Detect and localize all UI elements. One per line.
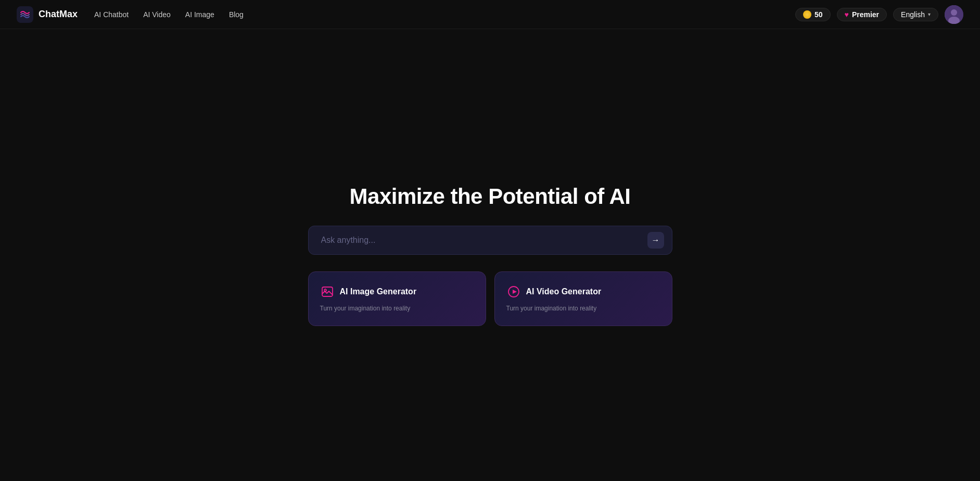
logo-text: ChatMax (39, 9, 78, 20)
logo-icon (17, 6, 33, 23)
credits-badge[interactable]: 50 (795, 8, 831, 21)
image-generator-subtitle: Turn your imagination into reality (320, 304, 474, 313)
nav-link-ai-video[interactable]: AI Video (143, 10, 171, 19)
hero-title: Maximize the Potential of AI (350, 184, 631, 209)
search-input[interactable] (308, 226, 672, 255)
cards-container: AI Image Generator Turn your imagination… (308, 271, 672, 326)
logo[interactable]: ChatMax (17, 6, 78, 23)
premier-label: Premier (852, 10, 879, 19)
nav-link-ai-image[interactable]: AI Image (185, 10, 214, 19)
coin-icon (803, 10, 811, 19)
card-header-video: AI Video Generator (506, 284, 660, 299)
credits-amount: 50 (814, 10, 823, 19)
video-icon (506, 284, 521, 299)
heart-icon: ♥ (845, 10, 849, 19)
nav-link-blog[interactable]: Blog (229, 10, 244, 19)
ai-image-generator-card[interactable]: AI Image Generator Turn your imagination… (308, 271, 486, 326)
card-header-image: AI Image Generator (320, 284, 474, 299)
avatar[interactable] (945, 5, 963, 24)
video-generator-title: AI Video Generator (526, 287, 602, 296)
navbar: ChatMax AI Chatbot AI Video AI Image Blo… (0, 0, 980, 29)
navbar-right: 50 ♥ Premier English ▾ (795, 5, 963, 24)
image-icon (320, 284, 335, 299)
language-label: English (901, 10, 925, 19)
search-submit-button[interactable]: → (647, 232, 664, 249)
premier-badge[interactable]: ♥ Premier (837, 8, 887, 21)
chevron-down-icon: ▾ (928, 11, 931, 17)
navbar-left: ChatMax AI Chatbot AI Video AI Image Blo… (17, 6, 244, 23)
video-generator-subtitle: Turn your imagination into reality (506, 304, 660, 313)
ai-video-generator-card[interactable]: AI Video Generator Turn your imagination… (494, 271, 672, 326)
svg-marker-7 (513, 290, 517, 294)
main-content: Maximize the Potential of AI → AI Image … (0, 29, 980, 481)
image-generator-title: AI Image Generator (340, 287, 417, 296)
search-container: → (308, 226, 672, 255)
svg-point-2 (951, 9, 957, 16)
nav-link-ai-chatbot[interactable]: AI Chatbot (94, 10, 129, 19)
avatar-icon (945, 5, 963, 24)
language-selector[interactable]: English ▾ (893, 8, 938, 21)
nav-links: AI Chatbot AI Video AI Image Blog (94, 10, 244, 19)
